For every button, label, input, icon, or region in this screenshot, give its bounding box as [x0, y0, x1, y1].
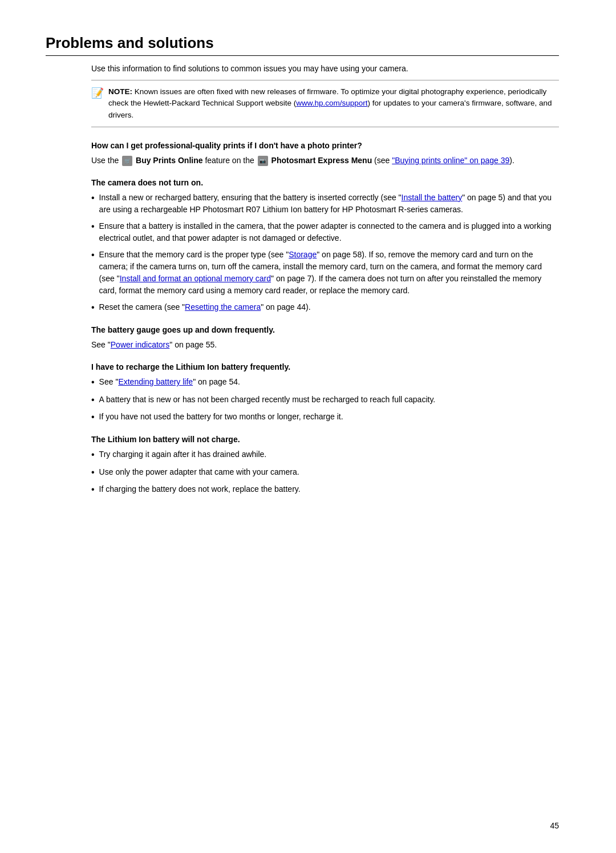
section-will-not-charge-heading: The Lithium Ion battery will not charge. [91, 435, 559, 444]
power-indicators-link[interactable]: Power indicators [111, 340, 170, 349]
section-will-not-charge: The Lithium Ion battery will not charge.… [91, 435, 559, 496]
list-item-text: If charging the battery does not work, r… [99, 483, 559, 495]
list-item: Install a new or recharged battery, ensu… [91, 192, 559, 216]
will-not-charge-list: Try charging it again after it has drain… [91, 448, 559, 496]
note-rule-top [91, 80, 559, 80]
list-item: A battery that is new or has not been ch… [91, 394, 559, 406]
buy-prints-icon: 🛒 [122, 156, 132, 166]
list-item-text: If you have not used the battery for two… [99, 411, 559, 423]
list-item: Ensure that a battery is installed in th… [91, 220, 559, 244]
list-item: Reset the camera (see "Resetting the cam… [91, 301, 559, 314]
section-no-turn-on-heading: The camera does not turn on. [91, 178, 559, 187]
list-item-text: Ensure that the memory card is the prope… [99, 249, 559, 297]
storage-link[interactable]: Storage [289, 250, 317, 259]
title-divider [46, 55, 559, 56]
list-item-text: See "Extending battery life" on page 54. [99, 376, 559, 388]
note-icon: 📝 [91, 87, 104, 99]
recharge-list: See "Extending battery life" on page 54.… [91, 376, 559, 423]
list-item-text: Try charging it again after it has drain… [99, 448, 559, 460]
page-number: 45 [550, 821, 559, 830]
note-content: NOTE: Known issues are often fixed with … [108, 86, 559, 121]
photosmart-express-icon: 📷 [258, 156, 268, 166]
list-item-text: Use only the power adapter that came wit… [99, 466, 559, 478]
resetting-camera-link[interactable]: Resetting the camera [185, 302, 261, 312]
list-item: Try charging it again after it has drain… [91, 448, 559, 461]
note-rule-bottom [91, 127, 559, 127]
section-battery-gauge: The battery gauge goes up and down frequ… [91, 325, 559, 351]
no-turn-on-list: Install a new or recharged battery, ensu… [91, 192, 559, 314]
list-item-text: A battery that is new or has not been ch… [99, 394, 559, 406]
section-recharge-heading: I have to recharge the Lithium Ion batte… [91, 362, 559, 371]
note-link[interactable]: www.hp.com/support [296, 99, 367, 107]
install-battery-link[interactable]: Install the battery [402, 193, 463, 202]
install-format-link[interactable]: Install and format an optional memory ca… [120, 274, 271, 283]
page-container: Problems and solutions Use this informat… [0, 0, 616, 553]
list-item: If you have not used the battery for two… [91, 411, 559, 423]
section-prints-body: Use the 🛒 Buy Prints Online feature on t… [91, 155, 559, 167]
section-battery-gauge-body: See "Power indicators" on page 55. [91, 339, 559, 351]
section-prints-heading: How can I get professional-quality print… [91, 141, 559, 150]
section-prints: How can I get professional-quality print… [91, 141, 559, 167]
list-item: See "Extending battery life" on page 54. [91, 376, 559, 389]
list-item: Ensure that the memory card is the prope… [91, 249, 559, 297]
extending-battery-link[interactable]: Extending battery life [118, 377, 193, 386]
buy-prints-label: Buy Prints Online [136, 156, 202, 165]
list-item-text: Reset the camera (see "Resetting the cam… [99, 301, 559, 313]
list-item-text: Install a new or recharged battery, ensu… [99, 192, 559, 216]
buying-prints-link[interactable]: "Buying prints online" on page 39 [392, 156, 509, 165]
photosmart-menu-label: Photosmart Express Menu [271, 156, 372, 165]
list-item-text: Ensure that a battery is installed in th… [99, 220, 559, 244]
section-recharge-frequently: I have to recharge the Lithium Ion batte… [91, 362, 559, 423]
page-title: Problems and solutions [46, 34, 559, 52]
note-box: 📝 NOTE: Known issues are often fixed wit… [91, 86, 559, 121]
section-no-turn-on: The camera does not turn on. Install a n… [91, 178, 559, 314]
section-battery-gauge-heading: The battery gauge goes up and down frequ… [91, 325, 559, 334]
list-item: Use only the power adapter that came wit… [91, 466, 559, 479]
note-label: NOTE: [108, 87, 132, 96]
intro-text: Use this information to find solutions t… [91, 64, 559, 73]
list-item: If charging the battery does not work, r… [91, 483, 559, 496]
